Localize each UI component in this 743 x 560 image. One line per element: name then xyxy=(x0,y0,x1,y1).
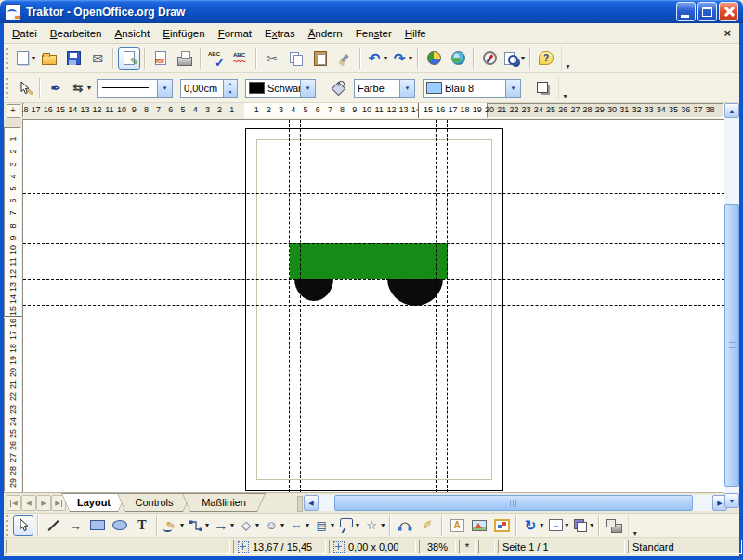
menu-format[interactable]: Format xyxy=(212,25,258,42)
ruler-origin-crosshair-icon[interactable] xyxy=(7,104,20,118)
menu-andern[interactable]: Ändern xyxy=(302,25,349,42)
scroll-left-button[interactable] xyxy=(304,495,319,511)
tractor-body-rect[interactable] xyxy=(290,243,448,279)
document-close-icon[interactable]: × xyxy=(723,26,731,40)
toolbar-overflow-button[interactable] xyxy=(561,46,574,71)
toolbar-overflow-button[interactable] xyxy=(628,514,641,538)
menu-hilfe[interactable]: Hilfe xyxy=(398,25,433,42)
snap-guide-horizontal[interactable] xyxy=(23,305,724,306)
horizontal-scrollbar[interactable] xyxy=(304,495,727,511)
snap-guide-vertical[interactable] xyxy=(436,120,437,492)
text-button[interactable] xyxy=(132,515,152,536)
copy-button[interactable] xyxy=(285,47,307,70)
close-button[interactable] xyxy=(719,2,738,21)
arrow-style-button[interactable]: ▾ xyxy=(69,77,92,99)
toolbar-overflow-button[interactable] xyxy=(558,76,571,100)
connector-button[interactable]: ▾ xyxy=(187,515,210,536)
toolbar-drag-handle[interactable] xyxy=(6,515,8,536)
snap-guide-vertical[interactable] xyxy=(447,120,448,492)
help-button[interactable] xyxy=(535,47,557,70)
flowchart-button[interactable]: ▾ xyxy=(312,515,335,536)
block-arrow-button[interactable]: ▾ xyxy=(212,515,235,536)
menu-einfugen[interactable]: Einfügen xyxy=(156,25,211,42)
arrow-button[interactable] xyxy=(65,515,85,536)
redo-button[interactable]: ▾ xyxy=(390,47,413,70)
hyperlink-button[interactable] xyxy=(447,47,469,70)
toolbar-drag-handle[interactable] xyxy=(6,78,8,98)
interaction-button[interactable] xyxy=(604,515,624,536)
menu-datei[interactable]: Datei xyxy=(6,25,44,42)
scroll-down-button[interactable] xyxy=(724,493,739,508)
combo-arrow-icon[interactable] xyxy=(300,80,315,97)
line-width-spinner[interactable]: 0,00cm ▲▼ xyxy=(180,79,238,98)
line-color-combobox[interactable]: Schwarz xyxy=(245,79,316,98)
from-file-button[interactable] xyxy=(469,515,489,536)
paste-button[interactable] xyxy=(309,47,332,70)
rectangle-button[interactable] xyxy=(87,515,108,536)
maximize-button[interactable] xyxy=(697,2,717,21)
ellipse-button[interactable] xyxy=(110,515,130,536)
save-button[interactable] xyxy=(62,47,85,70)
fill-dialog-button[interactable] xyxy=(327,77,349,99)
basic-shapes-button[interactable]: ▾ xyxy=(237,515,260,536)
spin-up-icon[interactable]: ▲ xyxy=(224,80,237,88)
combo-arrow-icon[interactable] xyxy=(505,80,520,97)
tab-controls[interactable]: Controls xyxy=(117,493,191,512)
auto-spellcheck-button[interactable] xyxy=(229,47,252,70)
vertical-ruler[interactable]: 1234567891011121314151617181920212223242… xyxy=(4,119,22,492)
toolbar-drag-handle[interactable] xyxy=(6,48,8,69)
zoom-button[interactable]: ▾ xyxy=(502,47,526,70)
cut-button[interactable] xyxy=(261,47,283,70)
chart-button[interactable] xyxy=(423,47,445,70)
minimize-button[interactable] xyxy=(676,2,696,21)
spin-buttons[interactable]: ▲▼ xyxy=(223,80,237,97)
gallery-button[interactable] xyxy=(491,515,512,536)
line-dialog-button[interactable] xyxy=(45,77,67,99)
horizontal-ruler[interactable]: 1817161514131211109876543211234567891011… xyxy=(22,103,724,119)
fill-style-combobox[interactable]: Farbe xyxy=(354,79,415,98)
print-button[interactable] xyxy=(174,47,196,70)
shadow-button[interactable] xyxy=(532,77,554,99)
combo-arrow-icon[interactable] xyxy=(399,80,414,97)
first-page-button[interactable]: ◀ xyxy=(7,495,21,511)
snap-guide-horizontal[interactable] xyxy=(23,243,724,244)
drawing-canvas[interactable] xyxy=(22,119,724,492)
select-button[interactable] xyxy=(13,515,33,536)
edit-points-mode-button[interactable] xyxy=(13,77,35,99)
status-zoom[interactable]: 38% xyxy=(419,540,456,554)
align-button[interactable]: ▾ xyxy=(546,515,569,536)
format-paintbrush-button[interactable] xyxy=(333,47,356,70)
snap-guide-horizontal[interactable] xyxy=(23,279,724,280)
line-button[interactable] xyxy=(43,515,63,536)
menu-ansicht[interactable]: Ansicht xyxy=(109,25,157,42)
combo-arrow-icon[interactable] xyxy=(157,80,172,97)
vertical-scrollbar[interactable] xyxy=(724,103,739,508)
edit-points-button[interactable] xyxy=(395,515,415,536)
scroll-up-button[interactable] xyxy=(724,103,739,118)
export-pdf-button[interactable] xyxy=(150,47,172,70)
fontwork-button[interactable] xyxy=(447,515,467,536)
status-page[interactable]: Seite 1 / 1 xyxy=(498,540,625,554)
horizontal-scroll-thumb[interactable] xyxy=(334,495,693,511)
page-area[interactable] xyxy=(245,128,503,491)
curve-button[interactable]: ▾ xyxy=(162,515,185,536)
callout-button[interactable]: ▾ xyxy=(337,515,360,536)
snap-guide-vertical[interactable] xyxy=(300,120,301,492)
line-style-combobox[interactable] xyxy=(97,79,173,98)
snap-guide-horizontal[interactable] xyxy=(23,193,724,194)
open-button[interactable] xyxy=(38,47,60,70)
glue-points-button[interactable] xyxy=(417,515,437,536)
edit-file-button[interactable] xyxy=(118,47,140,70)
spin-down-icon[interactable]: ▼ xyxy=(224,88,237,97)
status-position[interactable]: 13,67 / 15,45 xyxy=(233,540,326,554)
snap-guide-vertical[interactable] xyxy=(289,120,290,492)
fill-color-combobox[interactable]: Blau 8 xyxy=(423,79,521,98)
tab-masslinien[interactable]: Maßlinien xyxy=(182,493,266,512)
menu-bearbeiten[interactable]: Bearbeiten xyxy=(44,25,109,42)
tab-scroll-splitter[interactable] xyxy=(297,496,303,512)
previous-page-button[interactable]: ◀ xyxy=(21,495,36,511)
undo-button[interactable]: ▾ xyxy=(365,47,388,70)
send-email-button[interactable] xyxy=(86,47,109,70)
menu-fenster[interactable]: Fenster xyxy=(349,25,398,42)
status-modified[interactable]: * xyxy=(459,540,476,554)
